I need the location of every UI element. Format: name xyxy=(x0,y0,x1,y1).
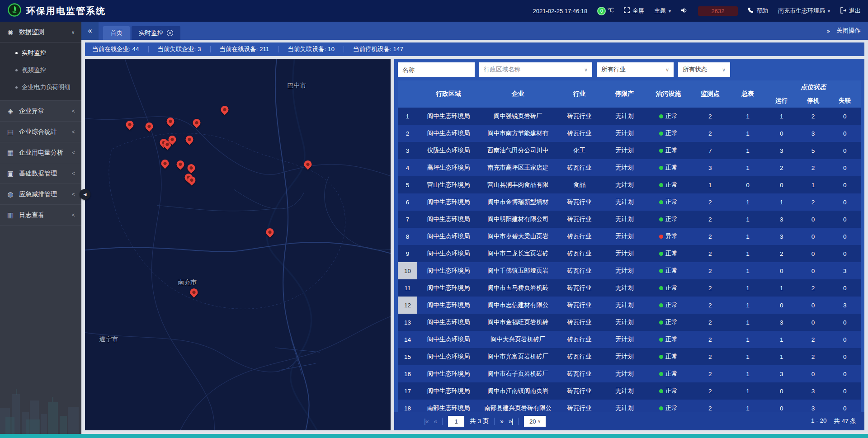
cell-offline: 0 xyxy=(829,245,861,262)
last-page-icon[interactable]: »| xyxy=(509,418,513,425)
chevron-down-icon: ∨ xyxy=(665,67,669,73)
sidebar-group[interactable]: ▤企业综合统计< xyxy=(0,122,81,142)
cell-offline: 0 xyxy=(829,176,861,193)
tabs-scroll-left-icon[interactable]: « xyxy=(81,22,99,40)
speaker-button[interactable] xyxy=(681,7,688,15)
sidebar-group[interactable]: ◉数据监测∨ xyxy=(0,22,81,42)
cell-company: 阆中明阳建材有限公司 xyxy=(480,211,556,228)
cell-limit: 无计划 xyxy=(603,400,646,412)
cell-offline: 0 xyxy=(829,211,861,228)
name-filter-input[interactable] xyxy=(398,62,475,77)
table-row[interactable]: 13阆中生态环境局阆中市金福旺页岩机砖砖瓦行业无计划正常21300 xyxy=(398,314,861,331)
table-row[interactable]: 6阆中生态环境局阆中市金博瑞新型墙材砖瓦行业无计划正常21120 xyxy=(398,193,861,211)
map-collapse-handle[interactable]: ◀ xyxy=(80,189,90,200)
tab-close-icon[interactable]: × xyxy=(167,30,173,36)
cell-industry: 砖瓦行业 xyxy=(556,382,602,400)
cell-company: 阆中千佛镇五郎垭页岩 xyxy=(480,262,556,279)
cell-industry: 砖瓦行业 xyxy=(556,228,602,245)
sidebar-item[interactable]: 视频监控 xyxy=(0,61,81,79)
sidebar-group[interactable]: ◈企业异常< xyxy=(0,101,81,122)
region-filter-select[interactable]: 行政区域名称 ∨ xyxy=(479,62,592,77)
datetime: 2021-02-25 17:46:18 xyxy=(533,8,588,14)
cell-region: 营山生态环境局 xyxy=(417,176,480,193)
cell-index: 15 xyxy=(398,348,417,365)
first-page-icon[interactable]: |« xyxy=(424,418,428,425)
sidebar-item[interactable]: 实时监控 xyxy=(0,44,81,61)
table-row[interactable]: 15阆中生态环境局阆中市光富页岩机砖厂砖瓦行业无计划正常21120 xyxy=(398,348,861,365)
alert-count-badge[interactable]: 2632 xyxy=(698,6,738,16)
industry-filter-select[interactable]: 所有行业 ∨ xyxy=(597,62,674,77)
status-dot-icon xyxy=(659,114,663,118)
sidebar-group[interactable]: ▣基础数据管理< xyxy=(0,163,81,184)
tabs-scroll-right-icon[interactable]: » xyxy=(826,28,830,34)
alert-info-icon: ◈ xyxy=(6,107,14,115)
map[interactable]: 巴中市南充市遂宁市 ◀ xyxy=(85,59,391,430)
cell-meter: 1 xyxy=(730,193,766,211)
sidebar-item[interactable]: 企业电力负荷明细 xyxy=(0,79,81,96)
cell-facility: 正常 xyxy=(646,382,690,400)
cell-industry: 砖瓦行业 xyxy=(556,193,602,211)
table-row[interactable]: 14阆中生态环境局阆中大兴页岩机砖厂砖瓦行业无计划正常21120 xyxy=(398,331,861,348)
table-row[interactable]: 18南部生态环境局南部县建兴页岩砖有限公砖瓦行业无计划正常21030 xyxy=(398,400,861,412)
theme-dropdown[interactable]: 主题 ▾ xyxy=(654,7,671,15)
cell-facility: 正常 xyxy=(646,262,690,279)
brand: 环保用电监管系统 xyxy=(7,3,106,19)
cell-meter: 1 xyxy=(730,159,766,176)
table-row[interactable]: 3仪陇生态环境局西南油气田分公司川中化工无计划正常71350 xyxy=(398,142,861,159)
cell-stop: 0 xyxy=(797,245,829,262)
table-header: 行政区域 企业 行业 停限产 治污设施 监测点 总表 点位状态 运行 xyxy=(398,80,861,108)
header-meter: 总表 xyxy=(730,80,766,108)
cell-company: 阆中市光富页岩机砖厂 xyxy=(480,348,556,365)
header-index xyxy=(398,80,417,108)
next-page-icon[interactable]: » xyxy=(500,418,503,425)
cell-meter: 1 xyxy=(730,108,766,125)
table-row[interactable]: 16阆中生态环境局阆中市石子页岩机砖厂砖瓦行业无计划正常21300 xyxy=(398,365,861,382)
cell-company: 西南油气田分公司川中 xyxy=(480,142,556,159)
cell-region: 高坪生态环境局 xyxy=(417,159,480,176)
sidebar-group[interactable]: ▥日志查看< xyxy=(0,205,81,226)
cell-points: 2 xyxy=(690,125,730,142)
cell-offline: 3 xyxy=(829,297,861,314)
header-region: 行政区域 xyxy=(417,80,480,108)
table-row[interactable]: 9阆中生态环境局阆中市二龙长宝页岩砖砖瓦行业无计划正常21200 xyxy=(398,245,861,262)
cell-run: 3 xyxy=(766,211,797,228)
cell-limit: 无计划 xyxy=(603,125,646,142)
table-row[interactable]: 5营山生态环境局营山县润丰肉食品有限食品无计划正常10010 xyxy=(398,176,861,193)
table-row[interactable]: 11阆中生态环境局阆中市五马桥页岩机砖砖瓦行业无计划正常21120 xyxy=(398,279,861,297)
table-row[interactable]: 2阆中生态环境局阆中市南方节能建材有砖瓦行业无计划正常21030 xyxy=(398,125,861,142)
map-city-label: 南充市 xyxy=(178,278,197,287)
status-filter-select[interactable]: 所有状态 ∨ xyxy=(678,62,730,77)
fullscreen-button[interactable]: 全屏 xyxy=(624,7,644,15)
table-row[interactable]: 4高坪生态环境局南充市高坪区王家店建砖瓦行业无计划正常31220 xyxy=(398,159,861,176)
page-size-select[interactable]: 20 ∨ xyxy=(524,416,546,427)
table-row[interactable]: 1阆中生态环境局阆中强锐页岩砖厂砖瓦行业无计划正常21120 xyxy=(398,108,861,125)
table-row[interactable]: 12阆中生态环境局阆中市忠信建材有限公砖瓦行业无计划正常21003 xyxy=(398,297,861,314)
chevron-right-icon: < xyxy=(72,129,75,135)
map-city-label: 巴中市 xyxy=(287,82,306,90)
page-number-input[interactable] xyxy=(448,416,464,427)
cell-region: 阆中生态环境局 xyxy=(417,314,480,331)
sidebar-group[interactable]: ◍应急减排管理< xyxy=(0,184,81,205)
cell-meter: 1 xyxy=(730,245,766,262)
org-dropdown[interactable]: 南充市生态环境局 ▾ xyxy=(778,7,830,15)
sidebar-group[interactable]: ▦企业用电量分析< xyxy=(0,142,81,163)
help-button[interactable]: 帮助 xyxy=(748,7,768,15)
tab[interactable]: 实时监控× xyxy=(132,26,180,40)
sidebar-group-label: 数据监测 xyxy=(19,28,44,36)
app-header: 环保用电监管系统 2021-02-25 17:46:18 0 ℃ 全屏 主题 ▾… xyxy=(0,0,868,22)
cell-offline: 0 xyxy=(829,331,861,348)
logout-button[interactable]: 退出 xyxy=(840,7,861,15)
cell-run: 3 xyxy=(766,228,797,245)
cell-meter: 1 xyxy=(730,125,766,142)
tab[interactable]: 首页 xyxy=(103,26,130,40)
close-operations-button[interactable]: 关闭操作 xyxy=(836,27,861,35)
cell-facility: 正常 xyxy=(646,142,690,159)
sidebar-menu: ◉数据监测∨实时监控视频监控企业电力负荷明细◈企业异常<▤企业综合统计<▦企业用… xyxy=(0,22,81,226)
table-row[interactable]: 8阆中生态环境局阆中市枣碧大梁山页岩砖瓦行业无计划异常21300 xyxy=(398,228,861,245)
table-row[interactable]: 7阆中生态环境局阆中明阳建材有限公司砖瓦行业无计划正常21300 xyxy=(398,211,861,228)
prev-page-icon[interactable]: « xyxy=(434,418,437,425)
temperature: 0 ℃ xyxy=(597,7,614,15)
table-row[interactable]: 10阆中生态环境局阆中千佛镇五郎垭页岩砖瓦行业无计划正常21003 xyxy=(398,262,861,279)
table-row[interactable]: 17阆中生态环境局阆中市江南镇阆南页岩砖瓦行业无计划正常21030 xyxy=(398,382,861,400)
cell-points: 2 xyxy=(690,314,730,331)
